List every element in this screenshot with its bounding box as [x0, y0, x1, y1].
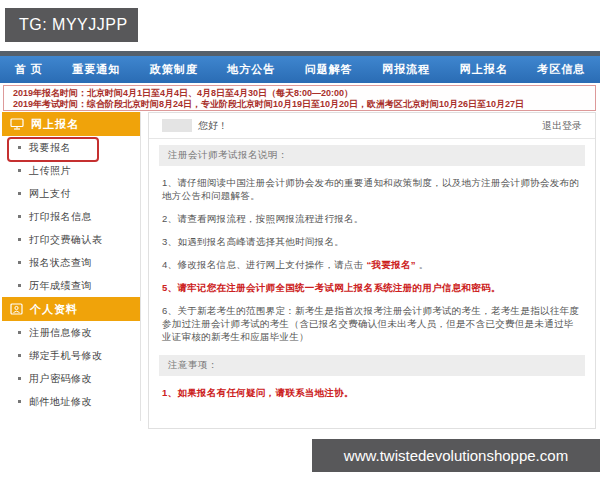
sidebar-item-label: 打印报名信息 — [29, 210, 92, 224]
nav-item-exam-area-info[interactable]: 考区信息 — [537, 62, 585, 77]
bullet-icon — [18, 331, 21, 334]
content-panel: 您好！ 退出登录 注册会计师考试报名说明： 1、请仔细阅读中国注册会计师协会发布… — [148, 112, 596, 429]
sidebar-item-label: 历年成绩查询 — [29, 279, 92, 293]
sidebar-item-past-scores[interactable]: 历年成绩查询 — [2, 274, 140, 297]
sidebar-item-apply[interactable]: 我要报名 — [2, 136, 140, 159]
sidebar-item-online-payment[interactable]: 网上支付 — [2, 182, 140, 205]
sidebar-item-print-registration-info[interactable]: 打印报名信息 — [2, 205, 140, 228]
instruction-item-4-suffix: 。 — [416, 259, 429, 270]
sidebar-item-edit-registration-info[interactable]: 注册信息修改 — [2, 321, 140, 344]
sidebar-item-label: 用户密码修改 — [29, 372, 92, 386]
nav-item-important-notices[interactable]: 重要通知 — [72, 62, 120, 77]
sidebar-item-label: 绑定手机号修改 — [29, 349, 103, 363]
sidebar-item-edit-email[interactable]: 邮件地址修改 — [2, 390, 140, 413]
sidebar-list-personal: 注册信息修改 绑定手机号修改 用户密码修改 邮件地址修改 — [2, 321, 140, 413]
instruction-item-4-prefix: 4、修改报名信息、进行网上支付操作，请点击 — [162, 259, 367, 270]
nav-item-faq[interactable]: 问题解答 — [305, 62, 353, 77]
sidebar-header-label: 个人资料 — [30, 302, 78, 317]
instruction-item-2: 2、请查看网报流程，按照网报流程进行报名。 — [162, 212, 582, 225]
sidebar-item-print-payment-confirmation[interactable]: 打印交费确认表 — [2, 228, 140, 251]
sidebar-header-personal-info: 个人资料 — [2, 297, 140, 321]
nav-item-local-announcements[interactable]: 地方公告 — [227, 62, 275, 77]
monitor-icon — [10, 118, 24, 130]
sidebar-item-upload-photo[interactable]: 上传照片 — [2, 159, 140, 182]
notice-banner: 2019年报名时间：北京时间4月1日至4月4日、4月8日至4月30日（每天8:0… — [3, 85, 596, 111]
bullet-icon — [18, 238, 21, 241]
nav-item-home[interactable]: 首 页 — [15, 62, 43, 77]
watermark-overlay: www.twistedevolutionshoppe.com — [312, 439, 600, 472]
sidebar-item-label: 我要报名 — [29, 141, 71, 155]
sidebar-item-label: 邮件地址修改 — [29, 395, 92, 409]
bullet-icon — [18, 261, 21, 264]
note-item-1: 1、如果报名有任何疑问，请联系当地注协。 — [162, 386, 582, 399]
bullet-icon — [18, 400, 21, 403]
nav-item-policies[interactable]: 政策制度 — [150, 62, 198, 77]
sidebar-item-label: 报名状态查询 — [29, 256, 92, 270]
bullet-icon — [18, 146, 21, 149]
instruction-item-1: 1、请仔细阅读中国注册会计师协会发布的重要通知和政策制度，以及地方注册会计师协会… — [162, 176, 582, 202]
notice-line-registration-time: 2019年报名时间：北京时间4月1日至4月4日、4月8日至4月30日（每天8:0… — [13, 88, 586, 99]
bullet-icon — [18, 192, 21, 195]
notes-title: 注意事项： — [159, 355, 585, 376]
bullet-icon — [18, 169, 21, 172]
sidebar-item-label: 打印交费确认表 — [29, 233, 103, 247]
sidebar-item-edit-phone[interactable]: 绑定手机号修改 — [2, 344, 140, 367]
bullet-icon — [18, 284, 21, 287]
id-card-icon — [10, 303, 23, 315]
sidebar-item-label: 注册信息修改 — [29, 326, 92, 340]
bullet-icon — [18, 377, 21, 380]
logout-link[interactable]: 退出登录 — [542, 119, 582, 133]
sidebar-header-online-registration: 网上报名 — [2, 112, 140, 136]
main-nav: 首 页 重要通知 政策制度 地方公告 问题解答 网报流程 网上报名 考区信息 — [0, 56, 600, 83]
instruction-item-6: 6、关于新老考生的范围界定：新考生是指首次报考注册会计师考试的考生，老考生是指以… — [162, 304, 582, 343]
apply-link-text: “我要报名” — [367, 259, 416, 270]
tg-overlay-badge: TG: MYYJJPP — [5, 8, 138, 42]
redacted-username — [162, 119, 192, 132]
bullet-icon — [18, 215, 21, 218]
nav-item-registration-process[interactable]: 网报流程 — [382, 62, 430, 77]
instructions-title: 注册会计师考试报名说明： — [159, 145, 585, 166]
sidebar-item-label: 网上支付 — [29, 187, 71, 201]
instruction-item-3: 3、如遇到报名高峰请选择其他时间报名。 — [162, 235, 582, 248]
sidebar-item-edit-password[interactable]: 用户密码修改 — [2, 367, 140, 390]
sidebar: 网上报名 我要报名 上传照片 网上支付 打印报名信息 打印交费确认表 报名状态查… — [2, 112, 141, 421]
sidebar-list-registration: 我要报名 上传照片 网上支付 打印报名信息 打印交费确认表 报名状态查询 历年成… — [2, 136, 140, 297]
sidebar-item-registration-status[interactable]: 报名状态查询 — [2, 251, 140, 274]
nav-item-online-registration[interactable]: 网上报名 — [460, 62, 508, 77]
instruction-item-4: 4、修改报名信息、进行网上支付操作，请点击 “我要报名” 。 — [162, 258, 582, 271]
sidebar-header-label: 网上报名 — [31, 117, 79, 132]
notice-line-exam-time: 2019年考试时间：综合阶段北京时间8月24日，专业阶段北京时间10月19日至1… — [13, 99, 586, 110]
greeting-row: 您好！ 退出登录 — [149, 113, 595, 139]
sidebar-item-label: 上传照片 — [29, 164, 71, 178]
instruction-item-5: 5、请牢记您在注册会计师全国统一考试网上报名系统注册的用户信息和密码。 — [162, 281, 582, 294]
bullet-icon — [18, 354, 21, 357]
greeting-text: 您好！ — [198, 119, 228, 133]
